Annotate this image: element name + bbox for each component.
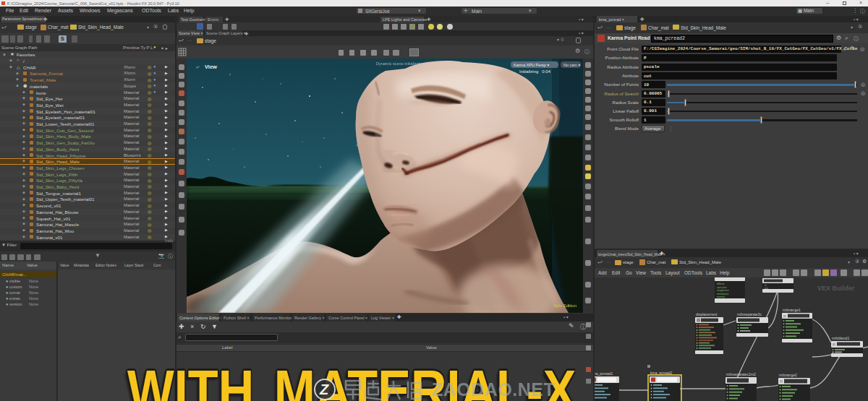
svg-text:Solo Edition: Solo Edition <box>553 303 576 308</box>
svg-text:mtlxseparate3c: mtlxseparate3c <box>737 312 762 316</box>
svg-text:mtlxblend1: mtlxblend1 <box>832 336 849 340</box>
svg-text:mtlxrange1: mtlxrange1 <box>783 308 801 312</box>
svg-text:(f): (f) <box>780 379 783 383</box>
svg-text:mtlxrange2: mtlxrange2 <box>779 373 797 377</box>
svg-text:normal: normal <box>717 296 725 298</box>
svg-text:(f): (f) <box>783 314 786 318</box>
svg-text:diffuse: diffuse <box>717 283 725 285</box>
svg-text:displacement: displacement <box>696 312 718 316</box>
svg-text:VEX Builder: VEX Builder <box>817 285 855 292</box>
svg-text:metalness: metalness <box>717 293 729 296</box>
svg-text:specular: specular <box>717 286 727 289</box>
svg-text:out: out <box>765 287 768 290</box>
svg-text:(f): (f) <box>833 342 835 346</box>
svg-text:roughness: roughness <box>717 289 729 292</box>
